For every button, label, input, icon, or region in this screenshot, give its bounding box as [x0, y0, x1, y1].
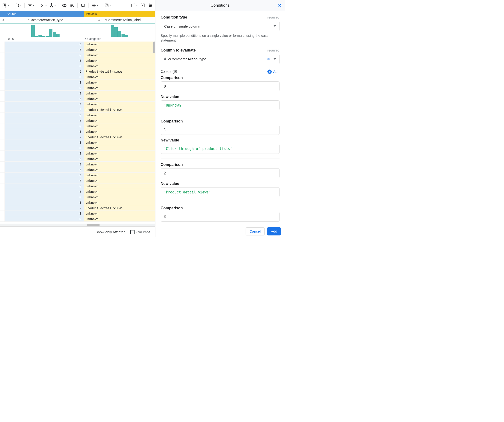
table-row[interactable]: 2Product·detail·views	[0, 107, 155, 113]
table-row[interactable]: 0Unknown	[0, 85, 155, 91]
table-row[interactable]: 0Unknown	[0, 216, 155, 222]
plus-circle-icon: +	[267, 70, 272, 74]
table-row[interactable]: 0Unknown	[0, 189, 155, 194]
table-row[interactable]: 0Unknown	[0, 200, 155, 205]
svg-point-3	[50, 6, 51, 7]
add-case-link[interactable]: + Add	[267, 70, 280, 74]
scrollbar-thumb[interactable]	[153, 42, 155, 53]
svg-point-4	[53, 6, 53, 7]
target-icon[interactable]	[91, 1, 99, 10]
comparison-input[interactable]: 0	[161, 81, 280, 91]
svg-rect-12	[132, 4, 135, 7]
table-row[interactable]: 0Unknown	[0, 129, 155, 134]
preview-header: Preview	[84, 11, 155, 17]
new-value-input[interactable]: 'Click through of product lists'	[161, 144, 280, 154]
table-row[interactable]: 0Unknown	[0, 58, 155, 63]
table-row[interactable]: 2Product·detail·views	[0, 69, 155, 74]
svg-rect-7	[81, 4, 85, 6]
table-row[interactable]: 0Unknown	[0, 173, 155, 178]
column-structure-icon[interactable]	[1, 1, 10, 10]
condition-type-help: Specify multiple conditions on a single …	[161, 33, 280, 43]
condition-type-select[interactable]: Case on single column	[161, 21, 280, 31]
sliders-icon[interactable]	[147, 1, 154, 10]
preview-histogram: 4 Categories	[84, 24, 155, 42]
columns-checkbox[interactable]: Columns	[130, 230, 150, 234]
table-row[interactable]: 0Unknown	[0, 47, 155, 53]
table-row[interactable]: 0Unknown	[0, 151, 155, 156]
table-row[interactable]: 0Unknown	[0, 194, 155, 200]
source-header: Source	[5, 11, 84, 17]
svg-rect-10	[105, 4, 107, 6]
svg-point-15	[149, 4, 150, 5]
table-row[interactable]: 0Unknown	[0, 118, 155, 123]
table-row[interactable]: 0Unknown	[0, 63, 155, 69]
table-row[interactable]: 0Unknown	[0, 96, 155, 102]
type-string-icon: ABC	[98, 18, 103, 22]
svg-rect-1	[5, 4, 6, 6]
table-row[interactable]: 0Unknown	[0, 167, 155, 173]
table-row[interactable]: 0Unknown	[0, 74, 155, 80]
join-icon[interactable]	[61, 1, 68, 10]
column-evaluate-select[interactable]: #eCommerceAction_type ✕	[161, 54, 280, 64]
table-row[interactable]: 0Unknown	[0, 183, 155, 189]
svg-point-16	[150, 5, 151, 6]
new-value-label: New value	[161, 181, 280, 186]
panel-title: Conditions	[210, 3, 229, 8]
comparison-label: Comparison	[161, 76, 280, 80]
data-grid[interactable]: 0Unknown0Unknown0Unknown0Unknown0Unknown…	[0, 42, 155, 223]
comparison-input[interactable]: 3	[161, 212, 280, 222]
table-row[interactable]: 2Product·detail·views	[0, 134, 155, 140]
show-only-affected-label: Show only affected	[95, 230, 125, 234]
chevron-down-icon	[274, 25, 276, 27]
chevron-down-icon	[274, 58, 276, 60]
table-row[interactable]: 2Product·detail·views	[0, 205, 155, 211]
preview-column-name[interactable]: ABC eCommerceAction_label	[84, 17, 155, 23]
table-row[interactable]: 0Unknown	[0, 145, 155, 151]
table-row[interactable]: 0Unknown	[0, 162, 155, 167]
pivot-columns-icon[interactable]	[139, 1, 146, 10]
table-row[interactable]: 0Unknown	[0, 140, 155, 145]
sigma-icon[interactable]	[39, 1, 48, 10]
svg-rect-0	[3, 4, 4, 7]
comparison-label: Comparison	[161, 163, 280, 167]
horizontal-scrollbar[interactable]	[0, 223, 155, 226]
cancel-button[interactable]: Cancel	[246, 227, 265, 235]
merge-split-icon[interactable]	[48, 1, 57, 10]
table-row[interactable]: 0Unknown	[0, 91, 155, 96]
toolbar	[0, 0, 155, 11]
hash-icon: #	[164, 57, 166, 61]
table-row[interactable]: 0Unknown	[0, 42, 155, 47]
filter-icon[interactable]	[27, 1, 35, 10]
cases-count-label: Cases (9)	[161, 70, 177, 74]
new-value-input[interactable]: 'Unknown'	[161, 100, 280, 110]
table-row[interactable]: 0Unknown	[0, 53, 155, 58]
comparison-label: Comparison	[161, 206, 280, 210]
table-row[interactable]: 0Unknown	[0, 102, 155, 107]
layers-icon[interactable]	[103, 1, 112, 10]
table-row[interactable]: 0Unknown	[0, 178, 155, 183]
table-row[interactable]: 0Unknown	[0, 123, 155, 129]
comparison-label: Comparison	[161, 119, 280, 123]
new-value-input[interactable]: 'Product detail views'	[161, 187, 280, 197]
table-row[interactable]: 0Unknown	[0, 156, 155, 162]
clear-column-icon[interactable]: ✕	[266, 56, 271, 62]
select-area-icon[interactable]	[130, 1, 138, 10]
table-row[interactable]: 0Unknown	[0, 80, 155, 85]
type-numeric-icon: #	[0, 17, 7, 23]
table-row[interactable]: 0Unknown	[0, 113, 155, 118]
condition-type-label: Condition type	[161, 15, 187, 19]
comment-icon[interactable]	[79, 1, 87, 10]
svg-rect-11	[106, 5, 108, 7]
svg-rect-13	[141, 4, 142, 7]
dedupe-icon[interactable]	[68, 1, 75, 10]
comparison-input[interactable]: 1	[161, 125, 280, 135]
close-icon[interactable]: ✕	[278, 3, 282, 8]
source-column-name[interactable]: eCommerceAction_type	[7, 17, 84, 23]
braces-icon[interactable]	[14, 1, 23, 10]
column-evaluate-label: Column to evaluate	[161, 48, 196, 53]
table-row[interactable]: 0Unknown	[0, 211, 155, 216]
comparison-input[interactable]: 2	[161, 168, 280, 178]
source-histogram: 0 - 6	[7, 24, 84, 42]
svg-point-17	[150, 6, 150, 7]
add-button[interactable]: Add	[267, 227, 281, 235]
